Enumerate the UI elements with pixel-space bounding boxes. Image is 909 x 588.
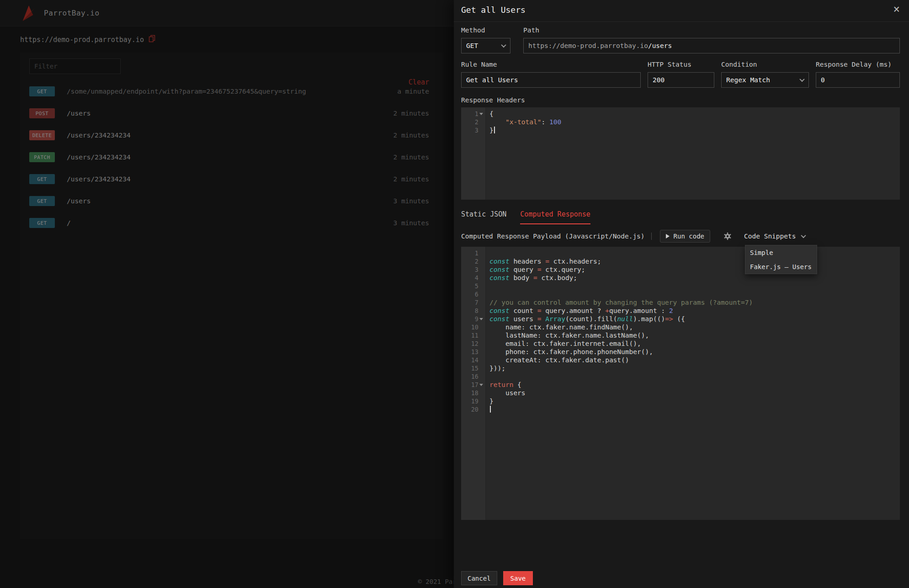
gutter-line: 2: [461, 257, 485, 265]
response-headers-editor[interactable]: 123 { "x-total": 100}: [461, 107, 900, 200]
gutter-line: 15: [461, 364, 485, 372]
text-cursor: [494, 127, 495, 133]
form-row-1: Method GET Path https://demo-prod.parrot…: [461, 26, 900, 53]
code-line[interactable]: const headers = ctx.headers;: [489, 257, 900, 265]
chevron-down-icon: [501, 42, 506, 48]
gutter-line: 17: [461, 381, 485, 389]
payload-label: Computed Response Payload (Javascript/No…: [461, 233, 645, 240]
play-icon: [666, 234, 670, 238]
path-suffix: /users: [648, 42, 672, 49]
response-delay-label: Response Delay (ms): [816, 61, 900, 68]
gutter-line: 6: [461, 290, 485, 298]
http-status-input[interactable]: [648, 72, 714, 88]
fold-arrow-icon[interactable]: [479, 318, 483, 320]
gutter-line: 5: [461, 282, 485, 290]
gutter-line: 1: [461, 249, 485, 257]
run-code-label: Run code: [674, 233, 704, 240]
condition-select[interactable]: Regex Match: [721, 72, 809, 88]
tab-computed-response[interactable]: Computed Response: [520, 210, 590, 224]
drawer-title: Get all Users: [461, 5, 526, 15]
gutter-line: 12: [461, 339, 485, 348]
gutter-line: 4: [461, 274, 485, 282]
code-line[interactable]: }: [489, 397, 900, 405]
tab-static-json[interactable]: Static JSON: [461, 210, 506, 224]
gutter-line: 2: [461, 118, 485, 126]
code-line[interactable]: createAt: ctx.faker.date.past(): [489, 356, 900, 364]
method-select[interactable]: GET: [461, 38, 510, 53]
gutter-line: 20: [461, 405, 485, 413]
gutter-line: 3: [461, 126, 485, 134]
code-line[interactable]: lastName: ctx.faker.name.lastName(),: [489, 331, 900, 339]
gutter-line: 3: [461, 265, 485, 274]
method-label: Method: [461, 26, 510, 34]
rule-name-label: Rule Name: [461, 61, 641, 68]
path-label: Path: [523, 26, 900, 34]
code-line[interactable]: [489, 405, 900, 413]
http-status-label: HTTP Status: [648, 61, 714, 68]
response-delay-input[interactable]: [816, 72, 900, 88]
code-line[interactable]: return {: [489, 381, 900, 389]
toolbar-divider: [651, 233, 652, 240]
run-code-button[interactable]: Run code: [660, 230, 710, 243]
condition-label: Condition: [721, 61, 809, 68]
save-button[interactable]: Save: [503, 571, 533, 585]
editor-code[interactable]: const headers = ctx.headers;const query …: [486, 247, 900, 520]
snippets-menu: Simple Faker.js — Users: [745, 245, 817, 274]
code-line[interactable]: email: ctx.faker.internet.email(),: [489, 339, 900, 348]
gutter-line: 14: [461, 356, 485, 364]
gutter-line: 9: [461, 315, 485, 323]
gutter-line: 1: [461, 110, 485, 118]
gutter-line: 19: [461, 397, 485, 405]
payload-editor[interactable]: 1234567891011121314151617181920 const he…: [461, 247, 900, 520]
response-headers-label: Response Headers: [461, 96, 525, 104]
code-line[interactable]: const users = Array(count).fill(null).ma…: [489, 315, 900, 323]
code-line[interactable]: [489, 249, 900, 257]
chevron-down-icon: [799, 77, 804, 82]
code-line[interactable]: }: [489, 126, 900, 134]
code-line[interactable]: [489, 372, 900, 381]
chevron-down-icon: [801, 233, 806, 238]
gear-icon[interactable]: [723, 232, 732, 241]
rule-name-input[interactable]: [461, 72, 641, 88]
form-row-2: Rule Name HTTP Status Condition Regex Ma…: [461, 61, 900, 88]
gutter-line: 13: [461, 348, 485, 356]
gutter-line: 16: [461, 372, 485, 381]
drawer-header: Get all Users ×: [454, 0, 909, 22]
editor-code[interactable]: { "x-total": 100}: [486, 107, 900, 200]
code-line[interactable]: {: [489, 110, 900, 118]
gutter-line: 18: [461, 389, 485, 397]
app-screen: ParrotBay.io https://demo-prod.parrotbay…: [0, 0, 909, 588]
code-line[interactable]: const count = query.amount ? +query.amou…: [489, 307, 900, 315]
code-line[interactable]: "x-total": 100: [489, 118, 900, 126]
close-icon[interactable]: ×: [893, 4, 900, 15]
gutter-line: 11: [461, 331, 485, 339]
code-line[interactable]: [489, 282, 900, 290]
editor-gutter: 123: [461, 107, 486, 200]
code-line[interactable]: name: ctx.faker.name.findName(),: [489, 323, 900, 331]
code-snippets-label: Code Snippets: [744, 233, 796, 240]
menu-item-faker-users[interactable]: Faker.js — Users: [745, 260, 817, 274]
editor-gutter: 1234567891011121314151617181920: [461, 247, 486, 520]
code-line[interactable]: [489, 290, 900, 298]
gutter-line: 7: [461, 298, 485, 307]
gutter-line: 8: [461, 307, 485, 315]
condition-value: Regex Match: [726, 76, 770, 84]
code-line[interactable]: const body = ctx.body;: [489, 274, 900, 282]
path-input[interactable]: https://demo-prod.parrotbay.io/users: [523, 38, 900, 53]
path-prefix: https://demo-prod.parrotbay.io: [528, 42, 648, 49]
fold-arrow-icon[interactable]: [479, 113, 483, 115]
menu-item-simple[interactable]: Simple: [745, 245, 817, 260]
code-line[interactable]: // you can control amount by changing th…: [489, 298, 900, 307]
edit-rule-drawer: Get all Users × Method GET Path https://…: [454, 0, 909, 588]
code-line[interactable]: phone: ctx.faker.phone.phoneNumber(),: [489, 348, 900, 356]
code-line[interactable]: }));: [489, 364, 900, 372]
cancel-button[interactable]: Cancel: [461, 571, 497, 585]
drawer-actions: Cancel Save: [461, 571, 533, 585]
payload-toolbar: Computed Response Payload (Javascript/No…: [461, 230, 900, 243]
code-snippets-dropdown[interactable]: Code Snippets Simple Faker.js — Users: [744, 233, 805, 240]
text-cursor: [490, 406, 491, 413]
fold-arrow-icon[interactable]: [479, 384, 483, 386]
code-line[interactable]: users: [489, 389, 900, 397]
response-tabs: Static JSON Computed Response: [461, 210, 590, 224]
code-line[interactable]: const query = ctx.query;: [489, 265, 900, 274]
